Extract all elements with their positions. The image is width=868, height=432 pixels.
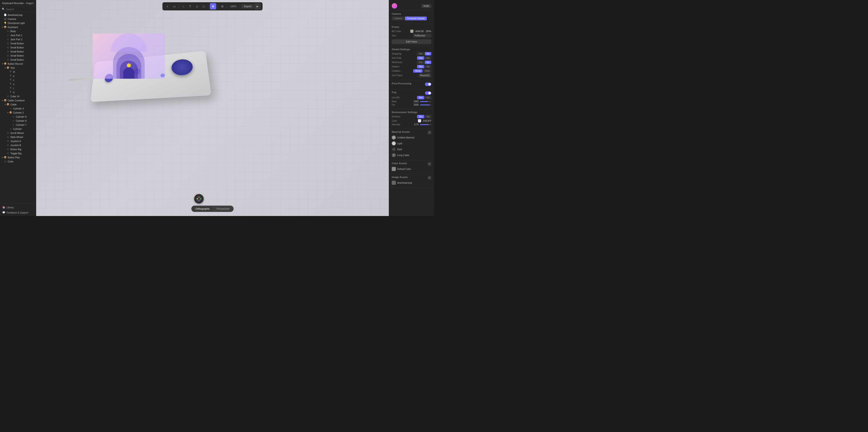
toolbar-btn-move[interactable]: ✥ xyxy=(210,3,216,9)
post-processing-section: Post-Processing xyxy=(389,80,434,89)
add-image-button[interactable]: + xyxy=(428,176,431,180)
tree-item-cablecontainer[interactable]: ▼ 📦 Cable Container xyxy=(0,98,36,103)
grid-plane-select[interactable]: Floor(XZ) Front(XY) Side(YZ) xyxy=(418,74,431,77)
tree-item-smallbtn2[interactable]: □ Small Button xyxy=(0,46,36,50)
tree-item-smallbtn1[interactable]: □ Small Button xyxy=(0,41,36,46)
tree-item-jackpart2[interactable]: ○ Jack Part 2 xyxy=(0,37,36,41)
tree-item-keyboard[interactable]: ▼ 📦 Keyboard xyxy=(0,25,36,29)
edit-frame-button[interactable]: Edit Frame xyxy=(392,39,431,44)
fog-toggle[interactable] xyxy=(425,91,431,95)
tree-item-body[interactable]: □ Body xyxy=(0,29,36,33)
add-material-button[interactable]: + xyxy=(428,131,431,134)
svg-point-1 xyxy=(198,197,199,198)
tree-item-cylinder[interactable]: ○ Cylinder xyxy=(0,127,36,131)
tree-item-text[interactable]: ▼ 📦 Text xyxy=(0,66,36,70)
tree-label-body: Body xyxy=(10,30,16,33)
tab-camera[interactable]: Camera xyxy=(392,17,404,20)
view-perspective[interactable]: Perspective xyxy=(213,206,232,211)
tree-item-download[interactable]: 📄 download.png xyxy=(0,13,36,17)
tree-item-joysticka[interactable]: □ Joystick A xyxy=(0,139,36,143)
material-untitled[interactable]: Untitled Material xyxy=(392,135,431,140)
footer-item-library[interactable]: 📚 Library xyxy=(0,205,36,210)
toolbar-btn-link[interactable]: ⬡ xyxy=(201,3,207,9)
tree-item-r[interactable]: T R xyxy=(0,70,36,74)
tree-item-dirlight[interactable]: 💡 Directional Light xyxy=(0,21,36,25)
env-color-swatch[interactable] xyxy=(418,119,421,122)
wireframe-toggle: Yes No xyxy=(417,61,431,64)
post-processing-toggle[interactable] xyxy=(425,83,431,86)
tree-item-buttonplay[interactable]: ▼ 📦 Button Play xyxy=(0,155,36,160)
tree-item-cube[interactable]: □ Cube xyxy=(0,160,36,164)
tree-item-slidewheel[interactable]: □ Slide Wheel xyxy=(0,135,36,139)
tree-item-joystickb[interactable]: □ Joystick B xyxy=(0,143,36,147)
helpers-no[interactable]: No xyxy=(425,65,431,68)
tree-item-cylinder2[interactable]: ▼ 📦 Cylinder 2 xyxy=(0,111,36,115)
tree-item-d[interactable]: T d xyxy=(0,90,36,94)
tree-item-cylinder8[interactable]: ○ Cylinder 8 xyxy=(0,119,36,123)
toolbar-btn-circle[interactable]: ○ xyxy=(180,3,187,9)
tree-icon-cube14: □ xyxy=(6,95,9,98)
snapping-no[interactable]: No xyxy=(425,52,431,55)
material-dark[interactable]: Dark xyxy=(392,146,431,152)
size-input[interactable] xyxy=(413,34,431,37)
tree-item-smallbtn5[interactable]: □ Small Button xyxy=(0,58,36,62)
toolbar-btn-add[interactable]: + xyxy=(164,3,170,9)
use-bg-no[interactable]: No xyxy=(425,96,431,99)
tree-item-cylinder3[interactable]: ○ Cylinder 3 xyxy=(0,107,36,111)
near-slider[interactable] xyxy=(420,101,431,102)
tab-personal-camera[interactable]: Personal Camera xyxy=(405,17,427,20)
tree-item-e[interactable]: T e xyxy=(0,74,36,78)
toolbar-btn-emoji[interactable]: ☺ xyxy=(194,3,200,9)
tree-item-buttonbig[interactable]: □ Button Big xyxy=(0,147,36,151)
tree-item-cable[interactable]: ▼ 📦 Cable xyxy=(0,103,36,107)
tree-item-o[interactable]: T o xyxy=(0,82,36,86)
soft-orbit-toggle: Yes No xyxy=(417,56,431,60)
footer-item-feedback[interactable]: 💬 Feedback & Support xyxy=(0,210,36,215)
tree-item-scrollwheel[interactable]: □ Scroll Wheel xyxy=(0,131,36,135)
wireframe-no[interactable]: No xyxy=(425,61,431,64)
search-input[interactable] xyxy=(6,8,34,11)
material-long-cable[interactable]: Long Cable xyxy=(392,152,431,158)
soft-orbit-no[interactable]: No xyxy=(425,56,431,60)
tree-item-cube14[interactable]: □ Cube 14 xyxy=(0,94,36,98)
toolbar-btn-rect[interactable]: ▭ xyxy=(171,3,178,9)
default-color-item[interactable]: Default Color xyxy=(392,166,431,172)
tree-item-togglebig[interactable]: □ Toggle Big xyxy=(0,151,36,155)
toolbar-btn-nodes[interactable]: ⚙ xyxy=(219,3,225,9)
tree-item-cylinder7[interactable]: ○ Cylinder 7 xyxy=(0,123,36,127)
tree-item-c[interactable]: T c xyxy=(0,78,36,82)
tree-item-smallbtn4[interactable]: □ Small Button xyxy=(0,54,36,58)
add-color-button[interactable]: + xyxy=(428,162,431,166)
material-light[interactable]: Light xyxy=(392,140,431,146)
invite-button[interactable]: Invite xyxy=(421,4,431,8)
tree-item-rr[interactable]: T r xyxy=(0,86,36,90)
viewport[interactable]: +▭○T☺⬡✥⚙100%Export▶ xyxy=(36,0,389,216)
menu-icon[interactable]: ≡ xyxy=(32,1,34,5)
soft-orbit-yes[interactable]: Yes xyxy=(417,56,424,60)
view-orthographic[interactable]: Orthographic xyxy=(192,206,213,211)
tree-item-cylinder9[interactable]: ○ Cylinder 9 xyxy=(0,115,36,119)
zoom-level[interactable]: 100% xyxy=(228,5,239,8)
snapping-yes[interactable]: Yes xyxy=(417,52,424,55)
bg-color-swatch[interactable] xyxy=(410,30,413,33)
helpers-yes[interactable]: Yes xyxy=(417,65,424,68)
play-button[interactable]: ▶ xyxy=(254,3,260,9)
environment-title: Environment Settings xyxy=(392,111,431,114)
tree-item-jackpart1[interactable]: ○ Jack Part 1 xyxy=(0,33,36,37)
tree-item-smallbtn3[interactable]: □ Small Button xyxy=(0,50,36,54)
joystick-widget[interactable] xyxy=(194,194,204,204)
wireframe-yes[interactable]: Yes xyxy=(417,61,424,64)
far-slider[interactable] xyxy=(420,105,431,106)
tree-item-buttonrecord[interactable]: ▼ 📦 Button Record xyxy=(0,62,36,66)
download-png-item[interactable]: download.png xyxy=(392,180,431,186)
footer-icon-library: 📚 xyxy=(2,206,5,209)
tree-item-camera[interactable]: 🎥 Camera xyxy=(0,17,36,21)
collabor-hide[interactable]: Hide xyxy=(423,69,431,73)
ambient-yes[interactable]: Yes xyxy=(417,115,424,118)
collabor-show[interactable]: Show xyxy=(413,69,423,73)
export-button[interactable]: Export xyxy=(241,4,254,8)
ambient-no[interactable]: No xyxy=(425,115,431,118)
use-bg-yes[interactable]: Yes xyxy=(417,96,424,99)
intensity-slider[interactable] xyxy=(420,124,431,125)
toolbar-btn-text[interactable]: T xyxy=(187,3,193,9)
